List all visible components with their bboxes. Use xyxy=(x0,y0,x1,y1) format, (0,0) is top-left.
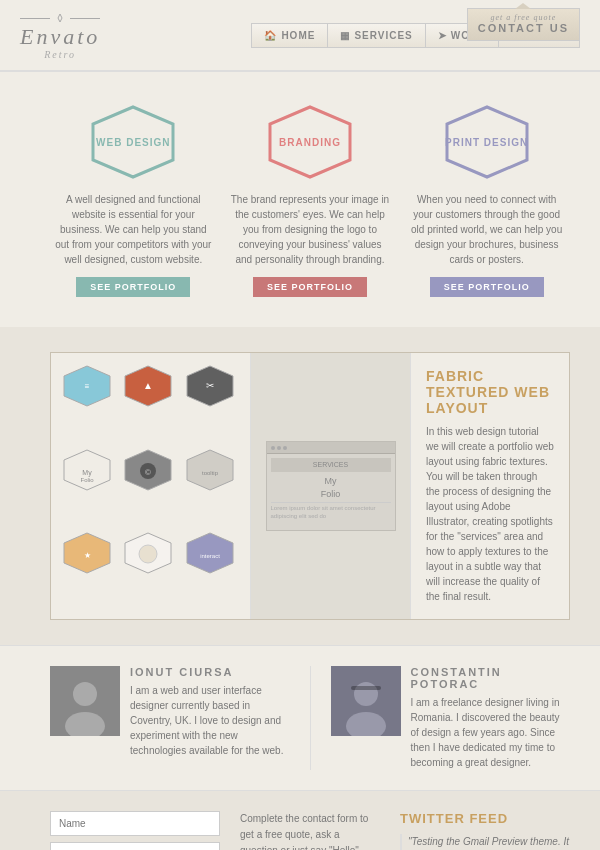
person-name-2: CONSTANTIN POTORAC xyxy=(411,666,571,690)
hex-print: PRINT DESIGN xyxy=(442,102,532,182)
service-desc-webdesign: A well designed and functional website i… xyxy=(53,192,213,267)
person-bio-2: I am a freelance designer living in Roma… xyxy=(411,695,571,770)
svg-text:My: My xyxy=(82,469,92,477)
svg-text:Folio: Folio xyxy=(80,477,94,483)
thumb-3[interactable]: ✂ xyxy=(184,363,236,409)
svg-text:▲: ▲ xyxy=(143,380,153,391)
work-info: FABRIC TEXTURED WEB LAYOUT In this web d… xyxy=(411,353,569,619)
hex-branding: BRANDING xyxy=(265,102,355,182)
svg-text:≡: ≡ xyxy=(85,382,90,391)
form-group-name xyxy=(50,811,220,836)
thumb-2[interactable]: ▲ xyxy=(122,363,174,409)
services-content: WEB DESIGN A well designed and functiona… xyxy=(0,71,600,327)
service-desc-print: When you need to connect with your custo… xyxy=(407,192,567,267)
service-title-branding: BRANDING xyxy=(279,137,341,148)
work-title: FABRIC TEXTURED WEB LAYOUT xyxy=(426,368,554,416)
contact-us-button[interactable]: get a free quote CONTACT US xyxy=(467,8,580,41)
person-card-1: IONUT CIURSA I am a web and user interfa… xyxy=(50,666,290,770)
contact-section: CONTACT SEND Complete the contact form t… xyxy=(0,790,600,850)
work-section: WORK ≡ ▲ xyxy=(0,327,600,645)
portfolio-btn-print[interactable]: SEE PORTFOLIO xyxy=(430,277,544,297)
hex-webdesign: WEB DESIGN xyxy=(88,102,178,182)
nav-services[interactable]: ▦ Services xyxy=(327,23,424,48)
svg-text:©: © xyxy=(145,468,151,477)
person-card-2: CONSTANTIN POTORAC I am a freelance desi… xyxy=(331,666,571,770)
contact-form-area: SEND xyxy=(50,811,220,850)
service-title-print: PRINT DESIGN xyxy=(445,137,528,148)
about-content: IONUT CIURSA I am a web and user interfa… xyxy=(0,645,600,790)
browser-mockup: SERVICES MyFolio Lorem ipsum dolor sit a… xyxy=(266,441,396,531)
about-section: ABOUT IONUT CIURSA I am a web and user i… xyxy=(0,645,600,790)
work-preview: SERVICES MyFolio Lorem ipsum dolor sit a… xyxy=(251,353,411,619)
contact-content: SEND Complete the contact form to get a … xyxy=(0,790,600,850)
service-title-webdesign: WEB DESIGN xyxy=(96,137,170,148)
service-card-print: PRINT DESIGN When you need to connect wi… xyxy=(407,102,567,297)
email-input[interactable] xyxy=(50,842,220,850)
svg-point-27 xyxy=(354,682,378,706)
thumb-4[interactable]: My Folio xyxy=(61,447,113,493)
person-name-1: IONUT CIURSA xyxy=(130,666,290,678)
about-divider xyxy=(310,666,311,770)
form-group-email xyxy=(50,842,220,850)
portfolio-btn-webdesign[interactable]: SEE PORTFOLIO xyxy=(76,277,190,297)
thumb-1[interactable]: ≡ xyxy=(61,363,113,409)
browser-content: SERVICES MyFolio Lorem ipsum dolor sit a… xyxy=(267,454,395,525)
nav-home[interactable]: 🏠 Home xyxy=(251,23,327,48)
svg-text:✂: ✂ xyxy=(206,380,214,391)
service-card-branding: BRANDING The brand represents your image… xyxy=(230,102,390,297)
service-desc-branding: The brand represents your image in the c… xyxy=(230,192,390,267)
thumb-9[interactable]: interact xyxy=(184,530,236,576)
browser-bar xyxy=(267,442,395,454)
thumb-8[interactable] xyxy=(122,530,174,576)
person-photo-1 xyxy=(50,666,120,736)
thumb-5[interactable]: © xyxy=(122,447,174,493)
services-section: SERVICES WEB DESIGN A well designed and … xyxy=(0,71,600,327)
logo-subtitle: Retro xyxy=(44,49,76,60)
work-box: ≡ ▲ ✂ xyxy=(50,352,570,620)
contact-info-area: Complete the contact form to get a free … xyxy=(240,811,380,850)
tweet-1: "Testing the Gmail Preview theme. It loo… xyxy=(400,834,570,850)
svg-text:tooltip: tooltip xyxy=(202,470,219,476)
browser-dot-1 xyxy=(271,446,275,450)
thumb-7[interactable]: ★ xyxy=(61,530,113,576)
portfolio-btn-branding[interactable]: SEE PORTFOLIO xyxy=(253,277,367,297)
svg-point-20 xyxy=(139,545,157,563)
person-bio-1: I am a web and user interface designer c… xyxy=(130,683,290,758)
work-description: In this web design tutorial we will crea… xyxy=(426,424,554,604)
svg-rect-29 xyxy=(351,686,381,690)
contact-label: CONTACT US xyxy=(478,22,569,34)
svg-text:★: ★ xyxy=(84,551,91,560)
services-icon: ▦ xyxy=(340,30,350,41)
logo-text: Envato xyxy=(20,26,100,48)
contact-intro: Complete the contact form to get a free … xyxy=(240,811,380,850)
twitter-title: TWITTER FEED xyxy=(400,811,570,826)
header: Envato Retro 🏠 Home ▦ Services ➤ Work ☁ … xyxy=(0,0,600,71)
work-content: ≡ ▲ ✂ xyxy=(0,332,600,640)
service-card-webdesign: WEB DESIGN A well designed and functiona… xyxy=(53,102,213,297)
svg-text:interact: interact xyxy=(200,553,220,559)
browser-dot-3 xyxy=(283,446,287,450)
thumb-6[interactable]: tooltip xyxy=(184,447,236,493)
home-icon: 🏠 xyxy=(264,30,277,41)
services-cards-row: WEB DESIGN A well designed and functiona… xyxy=(50,102,570,297)
person-photo-2 xyxy=(331,666,401,736)
work-icon: ➤ xyxy=(438,30,447,41)
person-info-2: CONSTANTIN POTORAC I am a freelance desi… xyxy=(411,666,571,770)
work-thumbnails: ≡ ▲ ✂ xyxy=(51,353,251,619)
name-input[interactable] xyxy=(50,811,220,836)
svg-point-24 xyxy=(73,682,97,706)
twitter-area: TWITTER FEED "Testing the Gmail Preview … xyxy=(400,811,570,850)
person-info-1: IONUT CIURSA I am a web and user interfa… xyxy=(130,666,290,758)
browser-dot-2 xyxy=(277,446,281,450)
get-quote-label: get a free quote xyxy=(478,13,569,22)
logo-area: Envato Retro xyxy=(20,10,100,70)
